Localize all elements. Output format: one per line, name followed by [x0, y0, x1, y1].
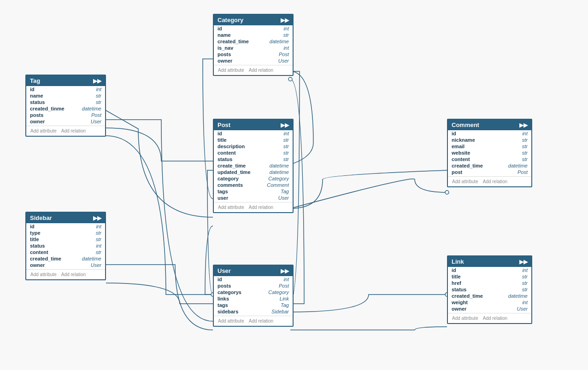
attr-type: int: [283, 26, 289, 31]
attr-type: User: [91, 119, 101, 124]
attr-type: Tag: [281, 189, 289, 194]
entity-row: id int: [448, 267, 531, 273]
attr-name: href: [452, 280, 488, 286]
attr-name: status: [30, 243, 67, 249]
entity-link-header[interactable]: Link ▶▶: [448, 256, 531, 267]
attr-type: str: [96, 99, 101, 105]
attr-name: description: [218, 144, 254, 149]
attr-type: datetime: [82, 256, 101, 261]
attr-name: owner: [30, 262, 67, 268]
attr-type: int: [283, 131, 289, 136]
attr-type: datetime: [270, 169, 289, 175]
entity-user: User ▶▶ id int posts Post categorys Cate…: [213, 265, 294, 327]
entity-sidebar-footer: Add attribute Add relation: [26, 269, 105, 279]
attr-name: owner: [30, 119, 67, 124]
attr-type: Post: [279, 283, 289, 289]
attr-name: created_time: [452, 293, 488, 299]
entity-row: created_tinme datetime: [26, 105, 105, 112]
attr-type: Sidebar: [271, 309, 289, 314]
attr-name: posts: [218, 52, 254, 57]
add-relation-button[interactable]: Add relation: [482, 315, 509, 321]
entity-comment-footer: Add attribute Add relation: [448, 176, 531, 186]
svg-point-6: [445, 191, 449, 194]
add-attribute-button[interactable]: Add attribute: [451, 315, 480, 321]
entity-row: status str: [448, 286, 531, 293]
entity-row: create_time datetime: [214, 162, 293, 169]
attr-type: int: [96, 224, 101, 229]
attr-type: Comment: [267, 182, 289, 188]
entity-row: id int: [214, 130, 293, 137]
attr-type: int: [96, 87, 101, 92]
attr-name: id: [452, 267, 488, 273]
attr-name: type: [30, 230, 67, 236]
entity-user-arrows: ▶▶: [281, 268, 289, 274]
add-attribute-button[interactable]: Add attribute: [451, 179, 480, 185]
entity-row: posts Post: [214, 283, 293, 289]
add-relation-button[interactable]: Add relation: [247, 204, 275, 210]
entity-tag-header[interactable]: Tag ▶▶: [26, 75, 105, 86]
attr-name: id: [452, 131, 488, 136]
entity-link-footer: Add attribute Add relation: [448, 313, 531, 323]
attr-type: str: [522, 287, 528, 292]
attr-name: title: [218, 137, 254, 143]
entity-row: content str: [448, 156, 531, 162]
attr-name: created_time: [218, 39, 254, 44]
entity-row: id int: [214, 276, 293, 283]
attr-name: owner: [452, 306, 488, 312]
attr-name: id: [30, 224, 67, 229]
entity-post-footer: Add attribute Add relation: [214, 202, 293, 212]
entity-sidebar-title: Sidebar: [30, 214, 52, 221]
add-attribute-button[interactable]: Add attribute: [217, 67, 246, 73]
attr-name: content: [452, 156, 488, 162]
attr-type: int: [522, 131, 528, 136]
attr-name: status: [218, 156, 254, 162]
attr-name: content: [218, 150, 254, 156]
add-relation-button[interactable]: Add relation: [247, 318, 275, 324]
attr-name: created_time: [452, 163, 488, 168]
attr-type: datetime: [270, 39, 289, 44]
attr-name: is_nav: [218, 45, 254, 51]
entity-comment-title: Comment: [452, 121, 479, 128]
attr-type: str: [283, 144, 289, 149]
add-attribute-button[interactable]: Add attribute: [217, 204, 246, 210]
entity-row: status str: [214, 156, 293, 162]
add-attribute-button[interactable]: Add attribute: [29, 272, 58, 278]
entity-row: created_time datetime: [214, 38, 293, 45]
attr-type: datetime: [82, 106, 101, 111]
attr-type: str: [522, 137, 528, 143]
add-relation-button[interactable]: Add relation: [60, 128, 87, 134]
attr-name: posts: [30, 112, 67, 118]
entity-comment-header[interactable]: Comment ▶▶: [448, 120, 531, 130]
entity-category-footer: Add attribute Add relation: [214, 65, 293, 75]
entity-tag-title: Tag: [30, 77, 40, 84]
entity-row: id int: [26, 86, 105, 92]
entity-post-header[interactable]: Post ▶▶: [214, 120, 293, 130]
attr-type: str: [96, 93, 101, 98]
attr-name: tags: [218, 302, 254, 308]
entity-row: owner User: [448, 306, 531, 312]
entity-row: href str: [448, 280, 531, 286]
attr-type: str: [283, 150, 289, 156]
entity-category-arrows: ▶▶: [281, 17, 289, 23]
entity-sidebar-header[interactable]: Sidebar ▶▶: [26, 213, 105, 223]
attr-type: User: [278, 58, 289, 64]
attr-type: datetime: [508, 293, 528, 299]
add-relation-button[interactable]: Add relation: [247, 67, 275, 73]
add-attribute-button[interactable]: Add attribute: [29, 128, 58, 134]
attr-type: Post: [91, 112, 101, 118]
attr-type: int: [96, 243, 101, 249]
entity-row: title str: [26, 236, 105, 243]
attr-name: post: [452, 169, 488, 175]
add-attribute-button[interactable]: Add attribute: [217, 318, 246, 324]
attr-type: Link: [280, 296, 289, 301]
entity-row: id int: [448, 130, 531, 137]
entity-category-header[interactable]: Category ▶▶: [214, 15, 293, 25]
add-relation-button[interactable]: Add relation: [60, 272, 87, 278]
entity-row: content str: [214, 150, 293, 156]
entity-tag: Tag ▶▶ id int name str status str create…: [25, 75, 106, 137]
add-relation-button[interactable]: Add relation: [482, 179, 509, 185]
attr-type: str: [522, 280, 528, 286]
entity-row: email str: [448, 143, 531, 150]
attr-name: links: [218, 296, 254, 301]
entity-user-header[interactable]: User ▶▶: [214, 266, 293, 276]
